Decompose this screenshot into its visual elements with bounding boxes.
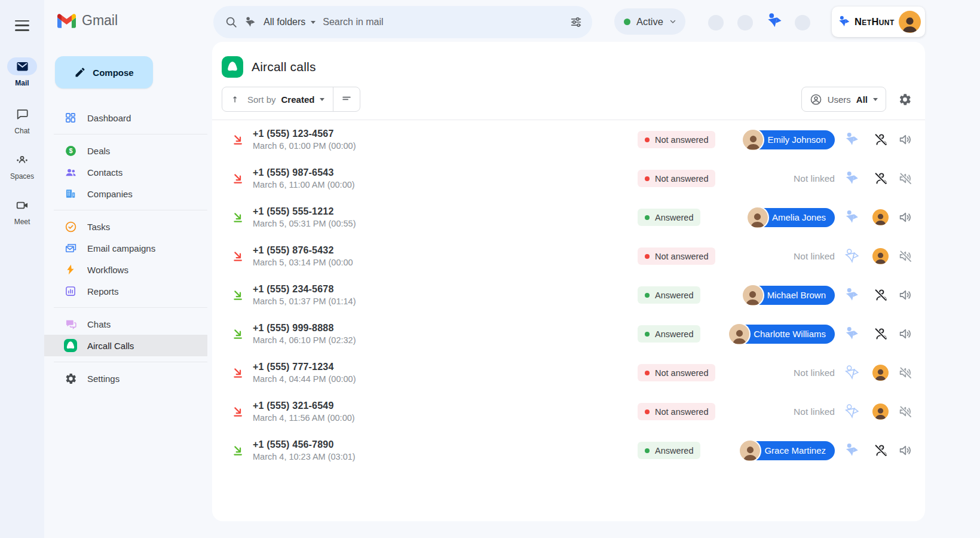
sort-lines-icon <box>341 93 353 105</box>
call-row[interactable]: +1 (555) 777-1234 March 4, 04:44 PM (00:… <box>212 353 925 392</box>
sidebar-item-email-campaigns[interactable]: Email campaigns <box>44 237 207 259</box>
users-icon <box>810 93 822 106</box>
nethunt-link-icon[interactable] <box>844 248 860 264</box>
panel-title: Aircall calls <box>252 60 316 74</box>
call-datetime: March 4, 04:44 PM (00:00) <box>253 374 638 384</box>
panel-settings-button[interactable] <box>898 93 912 106</box>
unlink-person-icon[interactable] <box>873 132 888 147</box>
nethunt-link-icon[interactable] <box>844 287 860 303</box>
pencil-icon <box>74 66 86 78</box>
call-status-badge: Not answered <box>638 131 715 148</box>
speaker-on-icon[interactable] <box>898 132 913 147</box>
speaker-muted-icon[interactable] <box>898 404 913 419</box>
search-bar[interactable]: All folders <box>213 6 592 38</box>
sidebar-item-aircall-calls[interactable]: Aircall Calls <box>44 335 207 356</box>
unlink-person-icon[interactable] <box>873 171 888 186</box>
call-datetime: March 6, 11:00 AM (00:00) <box>253 180 638 189</box>
user-avatar[interactable] <box>899 11 921 33</box>
call-direction-icon <box>231 444 246 457</box>
rail-item-spaces[interactable]: Spaces <box>0 151 44 181</box>
panel-header: Aircall calls <box>212 42 925 78</box>
nethunt-link-icon[interactable] <box>844 442 860 458</box>
call-row[interactable]: +1 (555) 456-7890 March 4, 10:23 AM (03:… <box>212 431 925 470</box>
divider <box>54 307 207 308</box>
call-datetime: March 5, 05:31 PM (00:55) <box>253 219 638 228</box>
agent-avatar[interactable] <box>872 365 889 381</box>
call-status-label: Not answered <box>655 368 708 378</box>
agent-avatar[interactable] <box>872 404 889 420</box>
call-status-label: Not answered <box>655 135 708 145</box>
aircall-calls-panel: Aircall calls Sort by Created Users All <box>212 42 925 521</box>
speaker-muted-icon[interactable] <box>898 171 913 186</box>
nethunt-link-icon[interactable] <box>844 132 860 148</box>
call-phone: +1 (555) 999-8888 <box>253 323 638 334</box>
nethunt-link-icon[interactable] <box>844 404 860 420</box>
sidebar-item-chats[interactable]: Chats <box>44 313 207 335</box>
rail-item-chat[interactable]: Chat <box>0 105 44 135</box>
workflows-icon <box>64 263 77 276</box>
linked-contact-chip[interactable]: Michael Brown <box>743 285 835 305</box>
status-dropdown[interactable]: Active <box>614 8 685 35</box>
rail-item-meet[interactable]: Meet <box>0 196 44 226</box>
call-row[interactable]: +1 (555) 999-8888 March 4, 06:10 PM (02:… <box>212 314 925 353</box>
agent-avatar[interactable] <box>872 248 889 264</box>
status-dot <box>645 371 650 375</box>
contact-avatar <box>740 441 760 461</box>
speaker-muted-icon[interactable] <box>898 365 913 380</box>
agent-avatar[interactable] <box>872 209 889 225</box>
nethunt-link-icon[interactable] <box>844 170 860 187</box>
speaker-muted-icon[interactable] <box>898 249 913 264</box>
unlink-person-icon[interactable] <box>873 443 888 458</box>
status-dot <box>645 409 650 414</box>
call-status-label: Not answered <box>655 252 708 261</box>
linked-contact-chip[interactable]: Amelia Jones <box>748 207 835 228</box>
linked-contact-chip[interactable]: Grace Martinez <box>740 441 835 461</box>
call-status-label: Answered <box>655 329 693 339</box>
folders-dropdown[interactable]: All folders <box>264 17 316 27</box>
unlink-person-icon[interactable] <box>873 326 888 341</box>
hamburger-menu-icon[interactable] <box>14 17 30 30</box>
sidebar-item-settings[interactable]: Settings <box>44 368 207 389</box>
linked-contact-chip[interactable]: Charlotte Williams <box>729 324 835 344</box>
speaker-on-icon[interactable] <box>898 326 913 341</box>
call-row[interactable]: +1 (555) 987-6543 March 6, 11:00 AM (00:… <box>212 159 925 198</box>
rail-item-mail[interactable]: Mail <box>0 57 44 87</box>
call-row[interactable]: +1 (555) 123-4567 March 6, 01:00 PM (00:… <box>212 120 925 159</box>
nethunt-bird-button[interactable] <box>765 12 783 30</box>
tune-filter-icon[interactable] <box>569 16 583 29</box>
search-icon[interactable] <box>225 16 238 29</box>
call-status-badge: Answered <box>638 209 700 226</box>
sort-control: Sort by Created <box>222 87 360 112</box>
call-row[interactable]: +1 (555) 876-5432 March 5, 03:14 PM (00:… <box>212 237 925 276</box>
sort-by-button[interactable]: Sort by Created <box>222 87 333 111</box>
chats-icon <box>64 317 77 331</box>
sidebar-item-companies[interactable]: Companies <box>44 183 207 204</box>
email-campaigns-icon <box>64 242 77 255</box>
nethunt-bird-gray-icon[interactable] <box>244 16 256 29</box>
sidebar-item-workflows[interactable]: Workflows <box>44 259 207 280</box>
unlink-person-icon[interactable] <box>873 288 888 302</box>
sidebar-item-deals[interactable]: $ Deals <box>44 140 207 161</box>
sidebar-item-tasks[interactable]: Tasks <box>44 216 207 237</box>
call-row[interactable]: +1 (555) 321-6549 March 4, 11:56 AM (00:… <box>212 392 925 431</box>
call-phone: +1 (555) 123-4567 <box>253 129 638 139</box>
nethunt-account-card[interactable]: NetHunt <box>832 7 925 37</box>
sidebar-item-dashboard[interactable]: Dashboard <box>44 107 207 129</box>
call-row[interactable]: +1 (555) 555-1212 March 5, 05:31 PM (00:… <box>212 198 925 237</box>
gear-icon <box>898 93 912 106</box>
speaker-on-icon[interactable] <box>898 443 913 458</box>
linked-contact-chip[interactable]: Emily Johnson <box>743 130 835 150</box>
sidebar-item-contacts[interactable]: Contacts <box>44 161 207 183</box>
users-filter-button[interactable]: Users All <box>801 87 886 112</box>
sidebar-item-reports[interactable]: Reports <box>44 280 207 302</box>
nethunt-link-icon[interactable] <box>844 365 860 381</box>
call-row[interactable]: +1 (555) 234-5678 March 5, 01:37 PM (01:… <box>212 276 925 314</box>
nethunt-link-icon[interactable] <box>844 326 860 342</box>
search-input[interactable] <box>321 16 564 28</box>
nethunt-link-icon[interactable] <box>844 209 860 225</box>
speaker-on-icon[interactable] <box>898 288 913 302</box>
speaker-on-icon[interactable] <box>898 210 913 225</box>
compose-button[interactable]: Compose <box>55 56 153 88</box>
call-phone: +1 (555) 456-7890 <box>253 439 638 450</box>
sort-direction-button[interactable] <box>333 87 360 111</box>
